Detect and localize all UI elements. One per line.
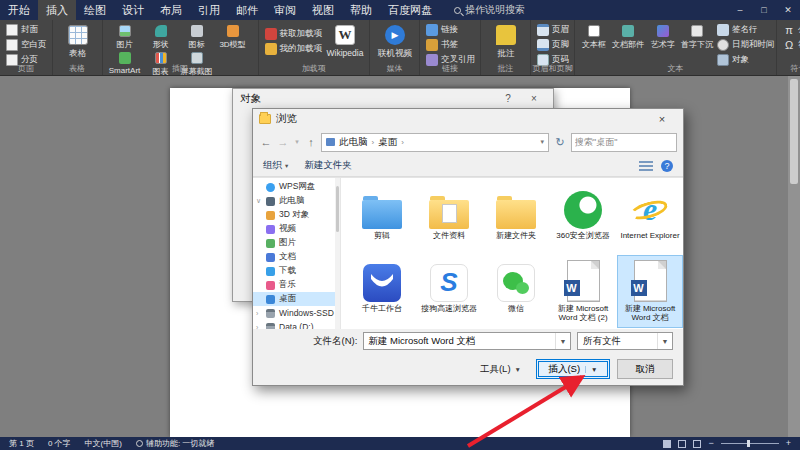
quick-parts-button[interactable]: 文档部件 <box>609 23 647 50</box>
file-item-wechat[interactable]: 微信 <box>483 255 549 328</box>
breadcrumb[interactable]: 此电脑 › 桌面 › ▾ <box>321 133 549 152</box>
tab-draw[interactable]: 绘图 <box>76 0 114 20</box>
tab-review[interactable]: 审阅 <box>266 0 304 20</box>
breadcrumb-current[interactable]: 桌面 <box>378 136 397 149</box>
equation-button[interactable]: 公式 <box>781 23 800 37</box>
symbol-button[interactable]: 符号 <box>781 38 800 52</box>
text-box-button[interactable]: 文本框 <box>579 23 609 50</box>
read-mode-icon[interactable] <box>663 440 671 448</box>
change-view-icon[interactable] <box>639 161 653 171</box>
close-button[interactable]: ✕ <box>776 0 800 20</box>
file-item-folder-wenjianziliao[interactable]: 文件资料 <box>416 182 482 255</box>
up-icon[interactable]: ↑ <box>304 136 318 148</box>
3d-models-button[interactable]: 3D模型 <box>215 23 251 50</box>
file-item-sogou-browser[interactable]: 搜狗高速浏览器 <box>416 255 482 328</box>
file-item-360-browser[interactable]: 360安全浏览器 <box>550 182 616 255</box>
object-dialog-close-button[interactable]: × <box>522 89 546 109</box>
breadcrumb-root[interactable]: 此电脑 <box>339 136 368 149</box>
maximize-button[interactable]: □ <box>752 0 776 20</box>
object-dialog-help-button[interactable]: ? <box>496 89 520 109</box>
cover-page-button[interactable]: 封面 <box>4 23 49 37</box>
filename-input[interactable] <box>364 336 555 347</box>
nav-item-wps-cloud[interactable]: WPS网盘 <box>253 180 340 194</box>
nav-scrollbar[interactable] <box>335 178 340 329</box>
word-count[interactable]: 0 个字 <box>48 438 71 449</box>
accessibility-status[interactable]: 辅助功能: 一切就绪 <box>136 438 214 449</box>
breadcrumb-dropdown-icon[interactable]: ▾ <box>540 138 544 146</box>
chevron-down-icon[interactable]: ▼ <box>657 333 672 349</box>
nav-item-videos[interactable]: 视频 <box>253 222 340 236</box>
nav-item-data-drive[interactable]: ›Data (D:) <box>253 320 340 329</box>
nav-item-this-pc[interactable]: ∨此电脑 <box>253 194 340 208</box>
tab-mailings[interactable]: 邮件 <box>228 0 266 20</box>
signature-line-button[interactable]: 签名行 <box>715 23 773 37</box>
tab-layout[interactable]: 布局 <box>152 0 190 20</box>
shapes-button[interactable]: 形状 <box>143 23 179 50</box>
nav-item-music[interactable]: 音乐 <box>253 278 340 292</box>
drop-cap-button[interactable]: 首字下沉 <box>679 23 715 50</box>
tab-design[interactable]: 设计 <box>114 0 152 20</box>
web-layout-icon[interactable] <box>693 440 701 448</box>
tab-references[interactable]: 引用 <box>190 0 228 20</box>
nav-item-3d-objects[interactable]: 3D 对象 <box>253 208 340 222</box>
minimize-button[interactable]: – <box>728 0 752 20</box>
browse-dialog-close-button[interactable]: × <box>647 109 677 129</box>
zoom-slider-thumb[interactable] <box>747 440 750 447</box>
vertical-scrollbar[interactable] <box>788 76 800 437</box>
filetype-combobox[interactable]: 所有文件 ▼ <box>577 332 673 350</box>
date-time-button[interactable]: 日期和时间 <box>715 38 773 52</box>
forward-icon[interactable]: → <box>276 136 290 148</box>
new-folder-button[interactable]: 新建文件夹 <box>304 159 352 172</box>
zoom-in-icon[interactable]: + <box>786 439 791 448</box>
tab-home[interactable]: 开始 <box>0 0 38 20</box>
nav-item-downloads[interactable]: 下载 <box>253 264 340 278</box>
zoom-out-icon[interactable]: − <box>708 439 713 448</box>
language-indicator[interactable]: 中文(中国) <box>85 438 122 449</box>
history-dropdown-icon[interactable]: ▾ <box>293 138 301 146</box>
tools-button[interactable]: 工具(L)▼ <box>472 361 529 378</box>
tab-view[interactable]: 视图 <box>304 0 342 20</box>
scrollbar-thumb[interactable] <box>790 79 798 184</box>
get-addins-button[interactable]: 获取加载项 <box>263 27 325 41</box>
file-item-word-doc-selected[interactable]: 新建 Microsoft Word 文档 <box>617 255 683 328</box>
wordart-button[interactable]: 艺术字 <box>647 23 679 50</box>
wikipedia-button[interactable]: Wikipedia <box>324 23 366 58</box>
file-item-internet-explorer[interactable]: e Internet Explorer <box>617 182 683 255</box>
tab-help[interactable]: 帮助 <box>342 0 380 20</box>
nav-item-pictures[interactable]: 图片 <box>253 236 340 250</box>
zoom-slider[interactable] <box>721 443 779 444</box>
header-button[interactable]: 页眉 <box>535 23 571 37</box>
tab-insert[interactable]: 插入 <box>38 0 76 20</box>
my-addins-button[interactable]: 我的加载项 <box>263 42 325 56</box>
back-icon[interactable]: ← <box>259 136 273 148</box>
cancel-button[interactable]: 取消 <box>617 359 673 379</box>
print-layout-icon[interactable] <box>678 440 686 448</box>
file-item-qianniu[interactable]: 千牛工作台 <box>349 255 415 328</box>
nav-item-windows-ssd[interactable]: ›Windows-SSD (C:) <box>253 306 340 320</box>
chevron-down-icon[interactable]: ▼ <box>555 333 570 349</box>
chevron-collapsed-icon[interactable]: › <box>256 310 258 317</box>
tab-baidu-netdisk[interactable]: 百度网盘 <box>380 0 440 20</box>
picture-button[interactable]: 图片 <box>107 23 143 50</box>
file-item-folder-jianji[interactable]: 剪辑 <box>349 182 415 255</box>
tell-me-search[interactable]: 操作说明搜索 <box>454 3 525 17</box>
blank-page-button[interactable]: 空白页 <box>4 38 49 52</box>
icons-button[interactable]: 图标 <box>179 23 215 50</box>
online-video-button[interactable]: 联机视频 <box>374 23 416 60</box>
organize-button[interactable]: 组织▾ <box>263 159 288 172</box>
file-item-word-doc-2[interactable]: 新建 Microsoft Word 文档 (2) <box>550 255 616 328</box>
table-button[interactable]: 表格 <box>57 23 99 60</box>
nav-item-documents[interactable]: 文档 <box>253 250 340 264</box>
bookmark-button[interactable]: 书签 <box>424 38 477 52</box>
chevron-collapsed-icon[interactable]: › <box>256 324 258 330</box>
comment-button[interactable]: 批注 <box>485 23 527 60</box>
chevron-expanded-icon[interactable]: ∨ <box>256 197 261 205</box>
insert-button[interactable]: 插入(S)▼ <box>536 359 610 379</box>
link-button[interactable]: 链接 <box>424 23 477 37</box>
help-icon[interactable]: ? <box>661 160 673 172</box>
nav-item-desktop[interactable]: 桌面 <box>253 292 340 306</box>
refresh-icon[interactable]: ↻ <box>552 136 568 149</box>
footer-button[interactable]: 页脚 <box>535 38 571 52</box>
filename-combobox[interactable]: ▼ <box>363 332 571 350</box>
page-indicator[interactable]: 第 1 页 <box>9 438 34 449</box>
